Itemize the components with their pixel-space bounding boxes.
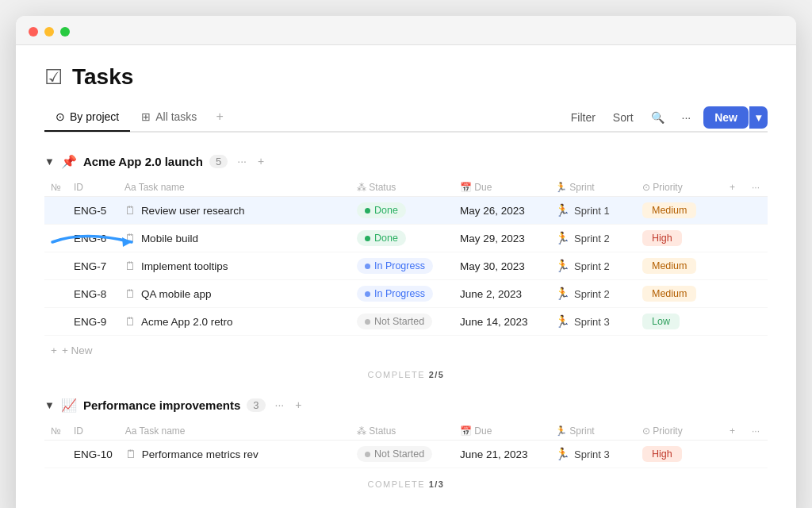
tab-all-tasks[interactable]: ⊞ All tasks [130, 105, 208, 132]
row-priority: Low [636, 308, 723, 336]
search-icon: 🔍 [651, 111, 665, 124]
row-sprint: 🏃Sprint 2 [549, 252, 636, 280]
maximize-button[interactable] [60, 27, 70, 37]
table-row[interactable]: ENG-8 🗒 QA mobile app In Progress [44, 280, 768, 308]
sort-button[interactable]: Sort [608, 108, 638, 127]
row-id: ENG-10 [67, 441, 119, 468]
task-doc-icon: 🗒 [125, 448, 136, 460]
row-name: 🗒 Review user research [118, 197, 350, 225]
complete-bar-performance: COMPLETE 1/3 [44, 471, 768, 503]
task-name-text: QA mobile app [141, 288, 212, 300]
status-dot [365, 208, 370, 214]
row-due: June 14, 2023 [454, 308, 549, 336]
row-status: Done [350, 225, 454, 252]
col-header-sprint: 🏃 Sprint [549, 422, 636, 441]
more-options-button[interactable]: ··· [677, 108, 696, 127]
row-due: June 21, 2023 [454, 441, 549, 468]
row-more [745, 225, 768, 252]
main-content: ☑ Tasks ⊙ By project ⊞ All tasks + Filte… [16, 45, 796, 508]
table-row[interactable]: ENG-5 🗒 Review user research Done [44, 197, 768, 225]
priority-badge: High [642, 446, 682, 462]
row-priority: Medium [636, 280, 723, 308]
status-dot [365, 236, 370, 241]
table-row[interactable]: ENG-7 🗒 Implement tooltips In Progress [44, 252, 768, 280]
row-no [44, 280, 67, 308]
add-new-label: + New [62, 344, 93, 356]
group-performance-table: № ID Aa Task name ⁂ Status 📅 Due 🏃 Sprin… [44, 422, 768, 468]
row-name: 🗒 Mobile build [118, 225, 350, 252]
group-acme: ▼ 📌 Acme App 2.0 launch 5 ··· + № ID Aa … [44, 150, 768, 394]
task-name-text: Review user research [141, 205, 245, 217]
col-header-due: 📅 Due [454, 179, 549, 197]
task-name-text: Implement tooltips [141, 260, 228, 272]
row-name: 🗒 Implement tooltips [118, 252, 350, 280]
status-dot [365, 452, 370, 457]
col-header-no: № [44, 179, 67, 197]
row-name: 🗒 Acme App 2.0 retro [118, 308, 350, 336]
group-acme-add[interactable]: + [255, 153, 267, 169]
status-badge: In Progress [357, 258, 433, 274]
row-no [44, 225, 67, 252]
tab-by-project-icon: ⊙ [56, 110, 65, 123]
sprint-icon: 🏃 [555, 287, 570, 301]
col-header-id: ID [67, 422, 119, 441]
task-doc-icon: 🗒 [124, 232, 136, 244]
tab-all-tasks-label: All tasks [155, 110, 197, 123]
row-status: Done [350, 197, 454, 225]
col-header-name: Aa Task name [118, 179, 350, 197]
row-add [723, 280, 745, 308]
complete-fraction-performance: 1/3 [429, 479, 445, 489]
row-priority: Medium [636, 252, 723, 280]
row-add [723, 252, 745, 280]
filter-button[interactable]: Filter [566, 108, 600, 127]
tab-add-button[interactable]: + [208, 104, 231, 131]
tab-bar: ⊙ By project ⊞ All tasks + Filter Sort 🔍… [44, 104, 768, 133]
row-priority: High [636, 441, 723, 468]
row-add [723, 225, 745, 252]
row-status: Not Started [350, 308, 454, 336]
row-no [44, 308, 67, 336]
sprint-icon: 🏃 [555, 231, 570, 245]
status-badge: Not Started [357, 446, 432, 462]
group-acme-more[interactable]: ··· [234, 153, 250, 169]
group-performance-more[interactable]: ··· [272, 397, 288, 413]
status-badge: Done [357, 202, 406, 218]
col-header-status: ⁂ Status [350, 179, 454, 197]
table-row[interactable]: ENG-9 🗒 Acme App 2.0 retro Not Started [44, 308, 768, 336]
row-id: ENG-5 [67, 197, 118, 225]
table-row[interactable]: ENG-6 🗒 Mobile build Done M [44, 225, 768, 252]
status-badge: Done [357, 230, 406, 246]
group-performance-count: 3 [247, 398, 265, 412]
close-button[interactable] [29, 27, 38, 37]
search-button[interactable]: 🔍 [646, 108, 669, 127]
group-performance-add[interactable]: + [292, 397, 304, 413]
status-dot [365, 264, 370, 269]
page-icon: ☑ [44, 65, 63, 90]
group-performance-header: ▼ 📈 Performance improvements 3 ··· + [44, 394, 768, 416]
col-header-id: ID [67, 179, 118, 197]
row-sprint: 🏃Sprint 2 [549, 225, 636, 252]
group-acme-header: ▼ 📌 Acme App 2.0 launch 5 ··· + [44, 150, 768, 172]
minimize-button[interactable] [44, 27, 54, 37]
new-button[interactable]: New [703, 106, 749, 129]
row-add [723, 441, 745, 468]
new-button-label: New [714, 111, 737, 124]
sprint-icon: 🏃 [555, 259, 570, 273]
add-new-task-acme[interactable]: + + New [44, 339, 768, 362]
new-button-caret[interactable]: ▾ [749, 106, 768, 129]
row-priority: Medium [636, 197, 723, 225]
tab-all-tasks-icon: ⊞ [141, 110, 151, 123]
sprint-icon: 🏃 [555, 203, 570, 217]
row-status: Not Started [350, 441, 454, 468]
priority-badge: Medium [642, 286, 696, 302]
tab-by-project-label: By project [70, 110, 119, 123]
table-row[interactable]: ENG-10 🗒 Performance metrics rev Not Sta… [44, 441, 768, 468]
group-performance-toggle[interactable]: ▼ [44, 399, 55, 411]
status-dot [365, 319, 370, 325]
tab-by-project[interactable]: ⊙ By project [44, 105, 130, 132]
col-header-sprint: 🏃 Sprint [549, 179, 636, 197]
group-acme-toggle[interactable]: ▼ [44, 156, 55, 167]
row-more [745, 308, 768, 336]
task-doc-icon: 🗒 [124, 315, 136, 328]
main-window: ☑ Tasks ⊙ By project ⊞ All tasks + Filte… [16, 16, 796, 508]
